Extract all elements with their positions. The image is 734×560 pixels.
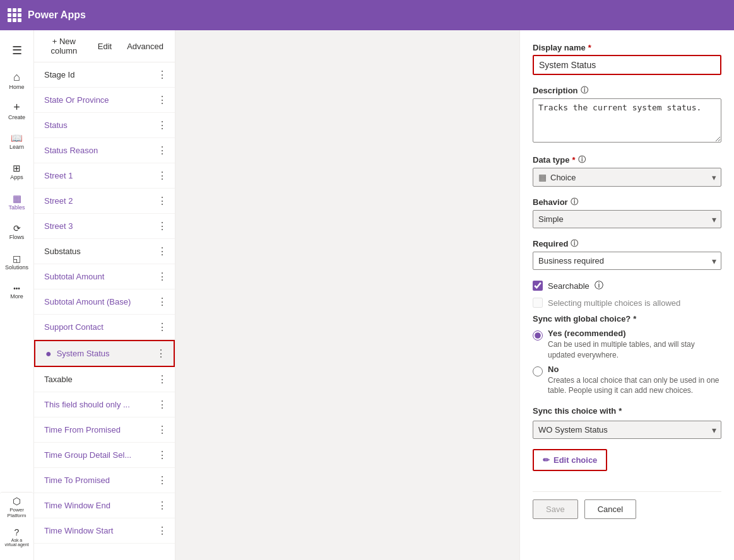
sidebar-item-time-window-end[interactable]: Time Window End ⋮ bbox=[34, 493, 175, 518]
description-label: Description bbox=[533, 86, 578, 95]
app-title: Power Apps bbox=[28, 9, 86, 21]
sidebar-item-time-to[interactable]: Time To Promised ⋮ bbox=[34, 468, 175, 493]
more-icon[interactable]: ⋮ bbox=[157, 525, 167, 537]
sidebar-item-street2[interactable]: Street 2 ⋮ bbox=[34, 189, 175, 214]
sidebar-item-status[interactable]: Status ⋮ bbox=[34, 113, 175, 138]
nav-power-platform[interactable]: ⬡ PowerPlatform bbox=[0, 492, 33, 522]
more-icon[interactable]: ⋮ bbox=[157, 119, 167, 131]
right-panel: Display name * Description ⓘ Tracks the … bbox=[519, 30, 734, 560]
sidebar-item-field-only[interactable]: This field should only ... ⋮ bbox=[34, 392, 175, 417]
more-icon[interactable]: ⋮ bbox=[157, 94, 167, 106]
sidebar-item-status-reason[interactable]: Status Reason ⋮ bbox=[34, 138, 175, 163]
new-column-button[interactable]: + New column bbox=[42, 34, 86, 58]
sidebar-list: Stage Id ⋮ State Or Province ⋮ Status ⋮ … bbox=[34, 62, 175, 560]
sidebar-item-time-window-start[interactable]: Time Window Start ⋮ bbox=[34, 518, 175, 544]
nav-home[interactable]: ⌂ Home bbox=[2, 66, 32, 96]
sidebar-toolbar: + New column Edit Advanced bbox=[34, 30, 175, 62]
advanced-button[interactable]: Advanced bbox=[123, 39, 167, 54]
nav-tables[interactable]: ▦ Tables bbox=[2, 187, 32, 217]
sidebar-item-taxable[interactable]: Taxable ⋮ bbox=[34, 367, 175, 392]
sidebar-item-time-group[interactable]: Time Group Detail Sel... ⋮ bbox=[34, 443, 175, 468]
more-icon[interactable]: ⋮ bbox=[157, 69, 167, 81]
behavior-label: Behavior bbox=[533, 197, 568, 207]
sidebar-item-street1[interactable]: Street 1 ⋮ bbox=[34, 163, 175, 189]
data-type-field: Data type * ⓘ ▦ Choice ▾ bbox=[533, 155, 721, 187]
more-icon[interactable]: ⋮ bbox=[157, 373, 167, 385]
sidebar-item-state-province[interactable]: State Or Province ⋮ bbox=[34, 88, 175, 113]
edit-choice-icon: ✏ bbox=[543, 455, 550, 465]
more-icon[interactable]: ⋮ bbox=[157, 321, 167, 333]
edit-choice-button[interactable]: ✏ Edit choice bbox=[533, 449, 607, 471]
sidebar-item-stage-id[interactable]: Stage Id ⋮ bbox=[34, 62, 175, 88]
more-icon[interactable]: ⋮ bbox=[157, 424, 167, 436]
description-textarea[interactable]: Tracks the current system status. bbox=[533, 98, 721, 143]
sidebar-item-subtotal[interactable]: Subtotal Amount ⋮ bbox=[34, 264, 175, 289]
display-name-label: Display name bbox=[533, 43, 586, 52]
behavior-field: Behavior ⓘ Simple ▾ bbox=[533, 197, 721, 228]
more-icon[interactable]: ⋮ bbox=[157, 474, 167, 486]
required-field: Required ⓘ Optional Business recommended… bbox=[533, 238, 721, 270]
sync-no-radio[interactable] bbox=[533, 366, 543, 376]
sync-yes-desc: Can be used in multiple tables, and will… bbox=[548, 339, 721, 361]
cancel-button[interactable]: Cancel bbox=[584, 499, 636, 519]
nav-hamburger[interactable]: ☰ bbox=[2, 35, 32, 66]
more-icon[interactable]: ⋮ bbox=[157, 170, 167, 182]
more-icon[interactable]: ⋮ bbox=[157, 195, 167, 207]
data-type-select-wrapper: ▦ Choice ▾ bbox=[533, 168, 721, 187]
more-icon[interactable]: ⋮ bbox=[157, 399, 167, 411]
nav-apps[interactable]: ⊞ Apps bbox=[2, 156, 32, 187]
nav-flows[interactable]: ⟳ Flows bbox=[2, 217, 32, 247]
nav-create[interactable]: + Create bbox=[2, 96, 32, 126]
more-icon[interactable]: ⋮ bbox=[157, 271, 167, 283]
panel-footer: Save Cancel bbox=[533, 491, 721, 527]
choice-type-icon: ▦ bbox=[538, 172, 547, 182]
more-icon[interactable]: ⋮ bbox=[157, 449, 167, 461]
searchable-info-icon[interactable]: ⓘ bbox=[595, 280, 603, 291]
sidebar-item-subtotal-base[interactable]: Subtotal Amount (Base) ⋮ bbox=[34, 289, 175, 315]
nav-more[interactable]: ••• More bbox=[2, 277, 32, 308]
sync-choice-select-wrapper: WO System Status ▾ bbox=[533, 421, 721, 439]
sidebar-item-substatus[interactable]: Substatus ⋮ bbox=[34, 239, 175, 264]
sidebar-item-time-from[interactable]: Time From Promised ⋮ bbox=[34, 417, 175, 443]
sync-yes-radio[interactable] bbox=[533, 330, 543, 341]
sync-yes-row: Yes (recommended) Can be used in multipl… bbox=[533, 329, 721, 361]
behavior-select[interactable]: Simple bbox=[533, 210, 721, 228]
save-button[interactable]: Save bbox=[533, 499, 578, 519]
sidebar: + New column Edit Advanced Stage Id ⋮ St… bbox=[34, 30, 175, 560]
sync-no-label: No bbox=[548, 365, 721, 374]
sidebar-item-street3[interactable]: Street 3 ⋮ bbox=[34, 214, 175, 239]
required-select-wrapper: Optional Business recommended Business r… bbox=[533, 252, 721, 270]
required-select[interactable]: Optional Business recommended Business r… bbox=[533, 252, 721, 270]
sync-no-row: No Creates a local choice that can only … bbox=[533, 365, 721, 397]
nav-learn[interactable]: 📖 Learn bbox=[2, 126, 32, 156]
data-type-info-icon[interactable]: ⓘ bbox=[578, 155, 586, 165]
sync-choice-field: Sync this choice with * WO System Status… bbox=[533, 406, 721, 439]
display-name-input[interactable] bbox=[533, 55, 721, 75]
data-type-select[interactable]: ▦ Choice ▾ bbox=[533, 168, 721, 187]
nav-ask-agent[interactable]: ? Ask avirtual agent bbox=[2, 522, 32, 552]
more-icon[interactable]: ⋮ bbox=[157, 499, 167, 511]
sync-choice-select[interactable]: WO System Status bbox=[533, 421, 721, 439]
multiple-choices-label: Selecting multiple choices is allowed bbox=[548, 298, 680, 308]
sync-global-required: * bbox=[633, 314, 636, 324]
searchable-checkbox[interactable] bbox=[533, 281, 543, 291]
data-type-value: Choice bbox=[550, 173, 716, 182]
required-info-icon[interactable]: ⓘ bbox=[571, 238, 578, 249]
app-launcher-icon[interactable] bbox=[8, 8, 21, 22]
edit-choice-label: Edit choice bbox=[553, 455, 597, 465]
edit-button[interactable]: Edit bbox=[94, 39, 115, 54]
sidebar-item-support-contact[interactable]: Support Contact ⋮ bbox=[34, 315, 175, 340]
sidebar-item-system-status[interactable]: ● System Status ⋮ bbox=[34, 340, 175, 367]
sync-no-desc: Creates a local choice that can only be … bbox=[548, 375, 721, 397]
multiple-choices-checkbox[interactable] bbox=[533, 298, 543, 308]
more-icon[interactable]: ⋮ bbox=[157, 296, 167, 308]
nav-solutions[interactable]: ◱ Solutions bbox=[2, 247, 32, 277]
more-icon[interactable]: ⋮ bbox=[157, 144, 167, 156]
more-icon[interactable]: ⋮ bbox=[157, 220, 167, 232]
more-icon[interactable]: ⋮ bbox=[156, 347, 166, 359]
description-info-icon[interactable]: ⓘ bbox=[581, 85, 588, 96]
sync-global-field: Sync with global choice? * Yes (recommen… bbox=[533, 314, 721, 396]
behavior-info-icon[interactable]: ⓘ bbox=[571, 197, 578, 207]
required-label: Required bbox=[533, 239, 568, 248]
more-icon[interactable]: ⋮ bbox=[157, 245, 167, 257]
